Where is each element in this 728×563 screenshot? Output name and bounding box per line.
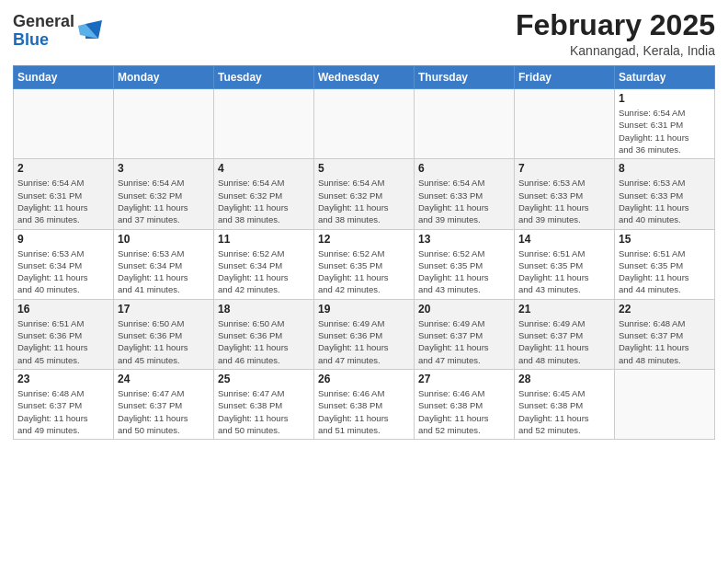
day-number: 12 xyxy=(318,233,410,246)
week-row-3: 16Sunrise: 6:51 AM Sunset: 6:36 PM Dayli… xyxy=(14,299,715,369)
day-number: 28 xyxy=(518,373,610,385)
day-cell: 23Sunrise: 6:48 AM Sunset: 6:37 PM Dayli… xyxy=(14,369,114,439)
subtitle: Kannangad, Kerala, India xyxy=(516,43,715,58)
day-info: Sunrise: 6:54 AM Sunset: 6:32 PM Dayligh… xyxy=(318,177,410,225)
week-row-2: 9Sunrise: 6:53 AM Sunset: 6:34 PM Daylig… xyxy=(14,229,715,299)
day-number: 22 xyxy=(619,303,711,316)
day-cell: 20Sunrise: 6:49 AM Sunset: 6:37 PM Dayli… xyxy=(415,299,515,369)
day-cell: 15Sunrise: 6:51 AM Sunset: 6:35 PM Dayli… xyxy=(615,229,715,299)
day-cell: 4Sunrise: 6:54 AM Sunset: 6:32 PM Daylig… xyxy=(214,159,314,229)
month-title: February 2025 xyxy=(516,9,715,41)
day-info: Sunrise: 6:45 AM Sunset: 6:38 PM Dayligh… xyxy=(518,387,610,436)
day-number: 5 xyxy=(318,162,410,175)
day-info: Sunrise: 6:50 AM Sunset: 6:36 PM Dayligh… xyxy=(118,317,210,366)
day-number: 15 xyxy=(619,233,711,246)
day-info: Sunrise: 6:49 AM Sunset: 6:36 PM Dayligh… xyxy=(318,317,410,366)
weekday-wednesday: Wednesday xyxy=(314,66,415,89)
day-info: Sunrise: 6:51 AM Sunset: 6:35 PM Dayligh… xyxy=(518,247,610,296)
day-cell xyxy=(14,89,114,159)
day-info: Sunrise: 6:54 AM Sunset: 6:31 PM Dayligh… xyxy=(17,177,109,225)
day-info: Sunrise: 6:53 AM Sunset: 6:34 PM Dayligh… xyxy=(17,247,109,296)
day-cell xyxy=(615,369,715,439)
logo-general-text: General xyxy=(13,12,74,30)
day-cell: 13Sunrise: 6:52 AM Sunset: 6:35 PM Dayli… xyxy=(415,229,515,299)
day-number: 20 xyxy=(418,303,510,316)
day-cell: 26Sunrise: 6:46 AM Sunset: 6:38 PM Dayli… xyxy=(314,369,415,439)
day-cell: 27Sunrise: 6:46 AM Sunset: 6:38 PM Dayli… xyxy=(415,369,515,439)
day-info: Sunrise: 6:53 AM Sunset: 6:33 PM Dayligh… xyxy=(518,177,610,225)
day-number: 19 xyxy=(318,303,410,316)
day-info: Sunrise: 6:48 AM Sunset: 6:37 PM Dayligh… xyxy=(619,317,711,366)
day-cell xyxy=(314,89,415,159)
day-cell: 8Sunrise: 6:53 AM Sunset: 6:33 PM Daylig… xyxy=(615,159,715,229)
day-info: Sunrise: 6:51 AM Sunset: 6:35 PM Dayligh… xyxy=(619,247,711,296)
day-info: Sunrise: 6:54 AM Sunset: 6:31 PM Dayligh… xyxy=(619,107,711,155)
day-number: 9 xyxy=(17,233,109,246)
day-number: 7 xyxy=(518,162,610,175)
day-info: Sunrise: 6:53 AM Sunset: 6:33 PM Dayligh… xyxy=(619,177,711,225)
day-cell: 18Sunrise: 6:50 AM Sunset: 6:36 PM Dayli… xyxy=(214,299,314,369)
day-number: 13 xyxy=(418,233,510,246)
calendar: SundayMondayTuesdayWednesdayThursdayFrid… xyxy=(13,65,715,440)
title-block: February 2025 Kannangad, Kerala, India xyxy=(516,9,715,58)
week-row-4: 23Sunrise: 6:48 AM Sunset: 6:37 PM Dayli… xyxy=(14,369,715,439)
weekday-tuesday: Tuesday xyxy=(214,66,314,89)
day-cell: 19Sunrise: 6:49 AM Sunset: 6:36 PM Dayli… xyxy=(314,299,415,369)
day-info: Sunrise: 6:46 AM Sunset: 6:38 PM Dayligh… xyxy=(318,387,410,436)
page: General Blue February 2025 Kannangad, Ke… xyxy=(0,0,728,563)
logo: General Blue xyxy=(13,13,102,50)
day-number: 16 xyxy=(17,303,109,316)
day-number: 8 xyxy=(619,162,711,175)
day-number: 14 xyxy=(518,233,610,246)
day-info: Sunrise: 6:49 AM Sunset: 6:37 PM Dayligh… xyxy=(418,317,510,366)
day-info: Sunrise: 6:47 AM Sunset: 6:38 PM Dayligh… xyxy=(218,387,310,436)
day-number: 2 xyxy=(17,162,109,175)
day-number: 21 xyxy=(518,303,610,316)
day-number: 1 xyxy=(619,92,711,105)
day-number: 25 xyxy=(218,373,310,385)
day-number: 26 xyxy=(318,373,410,385)
day-cell: 16Sunrise: 6:51 AM Sunset: 6:36 PM Dayli… xyxy=(14,299,114,369)
day-cell: 7Sunrise: 6:53 AM Sunset: 6:33 PM Daylig… xyxy=(515,159,615,229)
day-info: Sunrise: 6:46 AM Sunset: 6:38 PM Dayligh… xyxy=(418,387,510,436)
day-number: 23 xyxy=(17,373,109,385)
day-info: Sunrise: 6:52 AM Sunset: 6:34 PM Dayligh… xyxy=(218,247,310,296)
day-info: Sunrise: 6:54 AM Sunset: 6:32 PM Dayligh… xyxy=(118,177,210,225)
day-cell xyxy=(515,89,615,159)
day-info: Sunrise: 6:52 AM Sunset: 6:35 PM Dayligh… xyxy=(418,247,510,296)
day-cell: 1Sunrise: 6:54 AM Sunset: 6:31 PM Daylig… xyxy=(615,89,715,159)
day-cell: 14Sunrise: 6:51 AM Sunset: 6:35 PM Dayli… xyxy=(515,229,615,299)
day-cell: 9Sunrise: 6:53 AM Sunset: 6:34 PM Daylig… xyxy=(14,229,114,299)
day-info: Sunrise: 6:51 AM Sunset: 6:36 PM Dayligh… xyxy=(17,317,109,366)
day-number: 17 xyxy=(118,303,210,316)
day-number: 6 xyxy=(418,162,510,175)
day-cell: 10Sunrise: 6:53 AM Sunset: 6:34 PM Dayli… xyxy=(114,229,214,299)
day-cell: 22Sunrise: 6:48 AM Sunset: 6:37 PM Dayli… xyxy=(615,299,715,369)
day-info: Sunrise: 6:54 AM Sunset: 6:32 PM Dayligh… xyxy=(218,177,310,225)
day-info: Sunrise: 6:54 AM Sunset: 6:33 PM Dayligh… xyxy=(418,177,510,225)
day-cell: 6Sunrise: 6:54 AM Sunset: 6:33 PM Daylig… xyxy=(415,159,515,229)
day-cell: 24Sunrise: 6:47 AM Sunset: 6:37 PM Dayli… xyxy=(114,369,214,439)
weekday-header-row: SundayMondayTuesdayWednesdayThursdayFrid… xyxy=(14,66,715,89)
weekday-thursday: Thursday xyxy=(415,66,515,89)
logo-blue-text: Blue xyxy=(13,30,49,49)
day-number: 18 xyxy=(218,303,310,316)
day-cell: 28Sunrise: 6:45 AM Sunset: 6:38 PM Dayli… xyxy=(515,369,615,439)
day-cell xyxy=(114,89,214,159)
day-info: Sunrise: 6:48 AM Sunset: 6:37 PM Dayligh… xyxy=(17,387,109,436)
day-info: Sunrise: 6:52 AM Sunset: 6:35 PM Dayligh… xyxy=(318,247,410,296)
day-cell xyxy=(415,89,515,159)
day-info: Sunrise: 6:49 AM Sunset: 6:37 PM Dayligh… xyxy=(518,317,610,366)
weekday-monday: Monday xyxy=(114,66,214,89)
weekday-friday: Friday xyxy=(515,66,615,89)
day-number: 10 xyxy=(118,233,210,246)
day-number: 3 xyxy=(118,162,210,175)
day-number: 4 xyxy=(218,162,310,175)
week-row-0: 1Sunrise: 6:54 AM Sunset: 6:31 PM Daylig… xyxy=(14,89,715,159)
day-number: 24 xyxy=(118,373,210,385)
day-number: 27 xyxy=(418,373,510,385)
week-row-1: 2Sunrise: 6:54 AM Sunset: 6:31 PM Daylig… xyxy=(14,159,715,229)
header: General Blue February 2025 Kannangad, Ke… xyxy=(13,9,715,58)
day-cell: 25Sunrise: 6:47 AM Sunset: 6:38 PM Dayli… xyxy=(214,369,314,439)
day-cell: 21Sunrise: 6:49 AM Sunset: 6:37 PM Dayli… xyxy=(515,299,615,369)
